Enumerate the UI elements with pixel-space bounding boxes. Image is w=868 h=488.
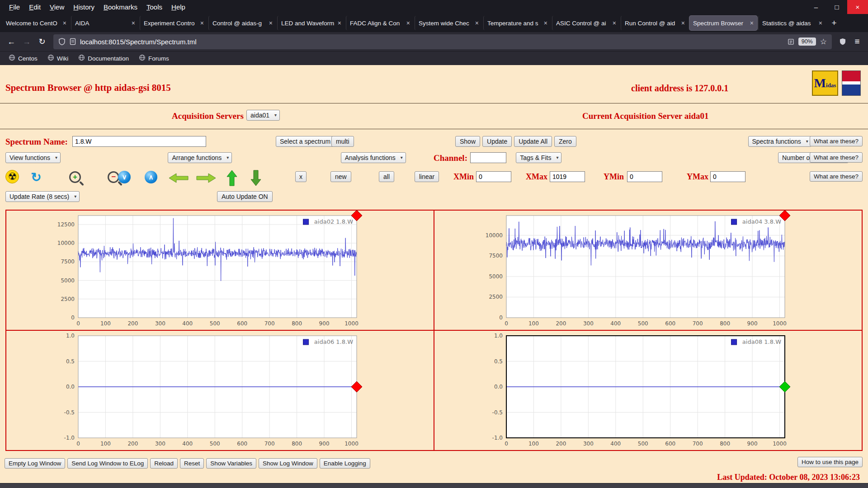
enable-logging-button[interactable]: Enable Logging [320, 458, 370, 469]
ymax-input[interactable] [710, 171, 745, 182]
zoom-in-icon[interactable]: + [69, 171, 81, 183]
spectrum-name-input[interactable] [72, 136, 206, 147]
arrow-right-icon[interactable] [196, 173, 216, 185]
tab-close-icon[interactable]: × [200, 19, 204, 27]
x-button[interactable]: x [295, 171, 307, 182]
blue-down-icon[interactable]: ∨ [118, 171, 131, 183]
tab-fadc-align-con[interactable]: FADC Align & Con× [346, 16, 414, 30]
plot-aida06[interactable]: -1.0-0.50.00.51.001002003004005006007008… [53, 332, 387, 449]
bookmark-star-icon[interactable]: ☆ [820, 37, 827, 47]
powered-logo[interactable] [842, 70, 861, 96]
tab-led-and-waveform[interactable]: LED and Waveform× [277, 16, 345, 30]
reader-mode-icon[interactable] [788, 38, 794, 45]
what-are-these-button[interactable]: What are these? [810, 136, 863, 146]
analysis-functions-select[interactable]: Analysis functions [341, 152, 406, 163]
new-button[interactable]: new [330, 171, 351, 182]
radiation-icon[interactable]: ☢ [5, 170, 19, 183]
auto-update-button[interactable]: Auto Update ON [217, 191, 273, 202]
update-all-button[interactable]: Update All [514, 136, 552, 147]
menu-item-view[interactable]: View [45, 0, 69, 14]
zoom-badge[interactable]: 90% [798, 38, 816, 46]
tab-close-icon[interactable]: × [406, 19, 410, 27]
forward-button[interactable]: → [19, 34, 34, 49]
linear-button[interactable]: linear [415, 171, 439, 182]
reload-button[interactable]: Reload [150, 458, 178, 469]
channel-input[interactable] [470, 152, 506, 163]
bookmark-documentation[interactable]: Documentation [74, 53, 133, 64]
tab-welcome-to-cento[interactable]: Welcome to CentO× [2, 16, 70, 30]
tab-close-icon[interactable]: × [544, 19, 547, 27]
bookmark-wiki[interactable]: Wiki [43, 53, 73, 64]
menu-item-tools[interactable]: Tools [142, 0, 167, 14]
tab-close-icon[interactable]: × [338, 19, 341, 27]
extension-icon[interactable] [835, 34, 850, 49]
ymin-input[interactable] [627, 171, 662, 182]
close-button[interactable]: × [847, 0, 868, 14]
tab-close-icon[interactable]: × [475, 19, 479, 27]
reload-button[interactable]: ↻ [34, 34, 50, 49]
bookmark-centos[interactable]: Centos [5, 53, 42, 64]
spectra-functions-select[interactable]: Spectra functions [748, 136, 811, 147]
refresh-icon[interactable]: ↻ [29, 170, 43, 184]
tab-experiment-contro[interactable]: Experiment Contro× [140, 16, 208, 30]
new-tab-button[interactable]: + [826, 16, 842, 30]
arrow-down-icon[interactable] [250, 170, 262, 188]
tab-aida[interactable]: AIDA× [71, 16, 139, 30]
tab-close-icon[interactable]: × [132, 19, 135, 27]
show-button[interactable]: Show [455, 136, 480, 147]
tab-close-icon[interactable]: × [613, 19, 616, 27]
url-text[interactable]: localhost:8015/Spectrum/Spectrum.tml [80, 38, 783, 46]
menu-item-history[interactable]: History [69, 0, 99, 14]
all-button[interactable]: all [379, 171, 394, 182]
update-button[interactable]: Update [482, 136, 512, 147]
maximize-button[interactable]: □ [826, 0, 847, 14]
app-menu-icon[interactable]: ≡ [850, 34, 864, 49]
minimize-button[interactable]: – [806, 0, 826, 14]
xmax-input[interactable] [550, 171, 585, 182]
acquisition-server-select[interactable]: aida01 [246, 110, 280, 121]
page-info-icon[interactable] [70, 38, 76, 45]
url-bar[interactable]: localhost:8015/Spectrum/Spectrum.tml 90%… [53, 34, 832, 49]
tab-close-icon[interactable]: × [269, 19, 273, 27]
arrange-functions-select[interactable]: Arrange functions [168, 152, 232, 163]
arrow-left-icon[interactable] [169, 173, 189, 185]
multi-button[interactable]: multi [331, 136, 354, 147]
what-are-these-button[interactable]: What are these? [810, 152, 863, 163]
send-log-window-to-elog-button[interactable]: Send Log Window to ELog [67, 458, 148, 469]
how-to-use-button[interactable]: How to use this page [797, 457, 863, 467]
menu-item-help[interactable]: Help [167, 0, 190, 14]
back-button[interactable]: ← [4, 34, 19, 49]
arrow-up-icon[interactable] [226, 170, 238, 188]
plot-aida08[interactable]: -1.0-0.50.00.51.001002003004005006007008… [481, 332, 816, 449]
what-are-these-button[interactable]: What are these? [810, 171, 863, 182]
view-functions-select[interactable]: View functions [5, 152, 61, 163]
reset-button[interactable]: Reset [180, 458, 204, 469]
tags-and-fits-select[interactable]: Tags & Fits [516, 152, 561, 163]
tab-system-wide-chec[interactable]: System wide Chec× [415, 16, 482, 30]
tab-control-aidas-g[interactable]: Control @ aidas-g× [208, 16, 276, 30]
tab-close-icon[interactable]: × [63, 19, 66, 27]
tab-close-icon[interactable]: × [819, 19, 822, 27]
empty-log-window-button[interactable]: Empty Log Window [5, 458, 65, 469]
show-log-window-button[interactable]: Show Log Window [259, 458, 317, 469]
menu-item-edit[interactable]: Edit [24, 0, 45, 14]
plot-aida02[interactable]: 0250050007500100001250001002003004005006… [53, 212, 387, 328]
blue-up-icon[interactable]: ∧ [145, 171, 157, 183]
tab-close-icon[interactable]: × [750, 19, 754, 27]
menu-item-bookmarks[interactable]: Bookmarks [99, 0, 142, 14]
bookmark-forums[interactable]: Forums [135, 53, 173, 64]
show-variables-button[interactable]: Show Variables [206, 458, 256, 469]
tab-run-control-aid[interactable]: Run Control @ aid× [621, 16, 689, 30]
tab-statistics-aidas[interactable]: Statistics @ aidas× [758, 16, 826, 30]
midas-logo[interactable]: Midas [812, 70, 838, 96]
xmin-input[interactable] [476, 171, 511, 182]
tab-temperature-and-s[interactable]: Temperature and s× [483, 16, 551, 30]
zero-button[interactable]: Zero [554, 136, 576, 147]
menu-item-file[interactable]: File [5, 0, 24, 14]
update-rate-select[interactable]: Update Rate (8 secs) [5, 191, 80, 202]
tracking-shield-icon[interactable] [58, 38, 66, 45]
tab-close-icon[interactable]: × [681, 19, 685, 27]
plot-aida04[interactable]: 0250050007500100000100200300400500600700… [481, 212, 816, 328]
tab-asic-control-ai[interactable]: ASIC Control @ ai× [552, 16, 620, 30]
tab-spectrum-browser[interactable]: Spectrum Browser× [689, 16, 757, 30]
